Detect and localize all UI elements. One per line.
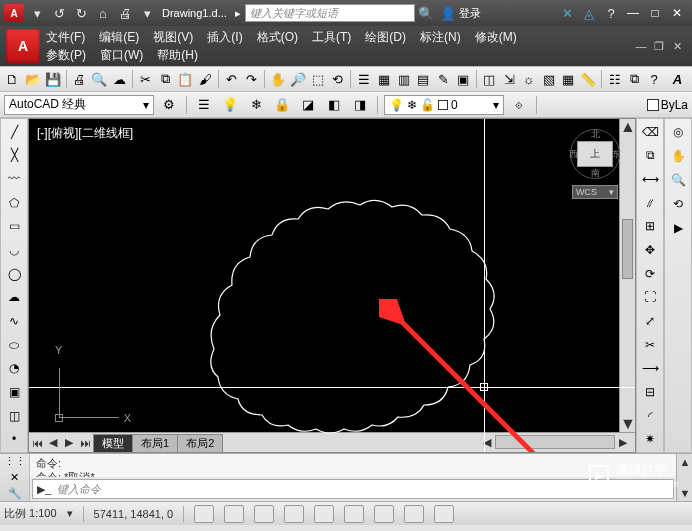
model-viewport[interactable]: [-][俯视][二维线框] Y X 北 南 西 东 <box>28 118 636 453</box>
menu-window[interactable]: 窗口(W) <box>100 47 143 64</box>
qat-redo[interactable]: ↻ <box>70 3 92 23</box>
table-tool-icon[interactable]: ▦ <box>559 68 577 90</box>
exchange-a-icon[interactable]: ◬ <box>578 3 600 23</box>
login-link[interactable]: 登录 <box>459 6 481 21</box>
color-swatch[interactable] <box>647 99 659 111</box>
layer-iso-icon[interactable]: ◧ <box>323 94 345 116</box>
layer-states-icon[interactable]: ☷ <box>606 68 624 90</box>
snap-button[interactable] <box>194 505 214 523</box>
array-icon[interactable]: ⊞ <box>639 216 661 238</box>
trim-icon[interactable]: ✂ <box>639 334 661 356</box>
layer-color-icon[interactable]: ◪ <box>297 94 319 116</box>
viewcube-top[interactable]: 上 <box>577 141 613 167</box>
osnap-button[interactable] <box>314 505 334 523</box>
publish-icon[interactable]: ☁ <box>110 68 128 90</box>
qat-home[interactable]: ⌂ <box>92 3 114 23</box>
zoom-icon[interactable]: 🔎 <box>289 68 307 90</box>
exchange-x-icon[interactable]: ✕ <box>556 3 578 23</box>
rotate-icon[interactable]: ⟳ <box>639 263 661 285</box>
layer-lock-icon[interactable]: 🔒 <box>271 94 293 116</box>
render-icon[interactable]: ☼ <box>520 68 538 90</box>
mirror-icon[interactable]: ⟷ <box>639 168 661 190</box>
polar-button[interactable] <box>284 505 304 523</box>
command-history[interactable]: 命令: 命令: *取消* <box>30 454 676 477</box>
layer-prop-icon[interactable]: ☰ <box>193 94 215 116</box>
point-icon[interactable]: • <box>3 428 25 450</box>
move-icon[interactable]: ✥ <box>639 239 661 261</box>
fillet-icon[interactable]: ◜ <box>639 405 661 427</box>
plot-icon[interactable]: 🖨 <box>71 68 89 90</box>
viewport-label[interactable]: [-][俯视][二维线框] <box>37 125 133 142</box>
qat-more[interactable]: ▾ <box>136 3 158 23</box>
layer-match-icon[interactable]: ⟐ <box>508 94 530 116</box>
lwt-button[interactable] <box>404 505 424 523</box>
stretch-icon[interactable]: ⤢ <box>639 310 661 332</box>
make-block-icon[interactable]: ◫ <box>3 405 25 427</box>
scale-label[interactable]: 比例 1:100 <box>4 506 57 521</box>
maximize-button[interactable]: □ <box>644 3 666 23</box>
sheet-set-icon[interactable]: ▤ <box>414 68 432 90</box>
cmd-wrench-icon[interactable]: 🔧 <box>8 487 22 500</box>
circle-icon[interactable]: ◯ <box>3 263 25 285</box>
break-icon[interactable]: ⊟ <box>639 381 661 403</box>
extend-icon[interactable]: ⟶ <box>639 357 661 379</box>
qat-dropdown[interactable]: ▾ <box>26 3 48 23</box>
grid-button[interactable] <box>224 505 244 523</box>
new-icon[interactable]: 🗋 <box>4 68 22 90</box>
insert-block-icon[interactable]: ▣ <box>3 381 25 403</box>
menu-insert[interactable]: 插入(I) <box>207 29 242 46</box>
search-input[interactable]: 键入关键字或短语 <box>245 4 415 22</box>
preview-icon[interactable]: 🔍 <box>90 68 108 90</box>
hatch-tool-icon[interactable]: ▧ <box>540 68 558 90</box>
polyline-icon[interactable]: 〰 <box>3 168 25 190</box>
pan-icon[interactable]: ✋ <box>269 68 287 90</box>
line-icon[interactable]: ╱ <box>3 121 25 143</box>
rectangle-icon[interactable]: ▭ <box>3 216 25 238</box>
offset-icon[interactable]: ⫽ <box>639 192 661 214</box>
menu-draw[interactable]: 绘图(D) <box>365 29 406 46</box>
menu-view[interactable]: 视图(V) <box>153 29 193 46</box>
dyn-button[interactable] <box>374 505 394 523</box>
doc-close-button[interactable]: ✕ <box>668 38 686 54</box>
markup-icon[interactable]: ✎ <box>434 68 452 90</box>
text-style-a-icon[interactable]: A <box>667 68 688 90</box>
paste-icon[interactable]: 📋 <box>176 68 194 90</box>
wcs-dropdown[interactable]: WCS▾ <box>572 185 618 199</box>
arc-icon[interactable]: ◡ <box>3 239 25 261</box>
explode-icon[interactable]: ✷ <box>639 428 661 450</box>
spline-icon[interactable]: ∿ <box>3 310 25 332</box>
qat-print[interactable]: 🖨 <box>114 3 136 23</box>
scale-icon[interactable]: ⛶ <box>639 286 661 308</box>
command-input[interactable]: ▶_ 键入命令 <box>32 479 674 499</box>
save-icon[interactable]: 💾 <box>44 68 62 90</box>
nav-zoom-icon[interactable]: 🔍 <box>667 169 689 191</box>
menu-edit[interactable]: 编辑(E) <box>99 29 139 46</box>
workspace-combo[interactable]: AutoCAD 经典 ▾ <box>4 95 154 115</box>
doc-dropdown-icon[interactable]: ▸ <box>235 7 241 20</box>
ellipse-icon[interactable]: ⬭ <box>3 334 25 356</box>
undo-icon[interactable]: ↶ <box>223 68 241 90</box>
menu-format[interactable]: 格式(O) <box>257 29 298 46</box>
xref-icon[interactable]: ⇲ <box>500 68 518 90</box>
block-icon[interactable]: ◫ <box>480 68 498 90</box>
xline-icon[interactable]: ╳ <box>3 145 25 167</box>
layer-walk-icon[interactable]: ◨ <box>349 94 371 116</box>
zoom-win-icon[interactable]: ⬚ <box>309 68 327 90</box>
cmd-close-icon[interactable]: ✕ <box>10 471 19 484</box>
search-icon[interactable]: 🔍 <box>415 3 437 23</box>
group-icon[interactable]: ⧉ <box>626 68 644 90</box>
otrack-button[interactable] <box>344 505 364 523</box>
layer-light-icon[interactable]: 💡 <box>219 94 241 116</box>
measure-icon[interactable]: 📏 <box>579 68 597 90</box>
minimize-button[interactable]: — <box>622 3 644 23</box>
menu-help[interactable]: 帮助(H) <box>157 47 198 64</box>
menu-parametric[interactable]: 参数(P) <box>46 47 86 64</box>
copy-mod-icon[interactable]: ⧉ <box>639 145 661 167</box>
layer-freeze-icon[interactable]: ❄ <box>245 94 267 116</box>
menu-modify[interactable]: 修改(M) <box>475 29 517 46</box>
cmd-scroll[interactable]: ▲▼ <box>676 454 692 501</box>
workspace-settings-icon[interactable]: ⚙ <box>158 94 180 116</box>
zoom-prev-icon[interactable]: ⟲ <box>329 68 347 90</box>
cut-icon[interactable]: ✂ <box>137 68 155 90</box>
open-icon[interactable]: 📂 <box>24 68 42 90</box>
